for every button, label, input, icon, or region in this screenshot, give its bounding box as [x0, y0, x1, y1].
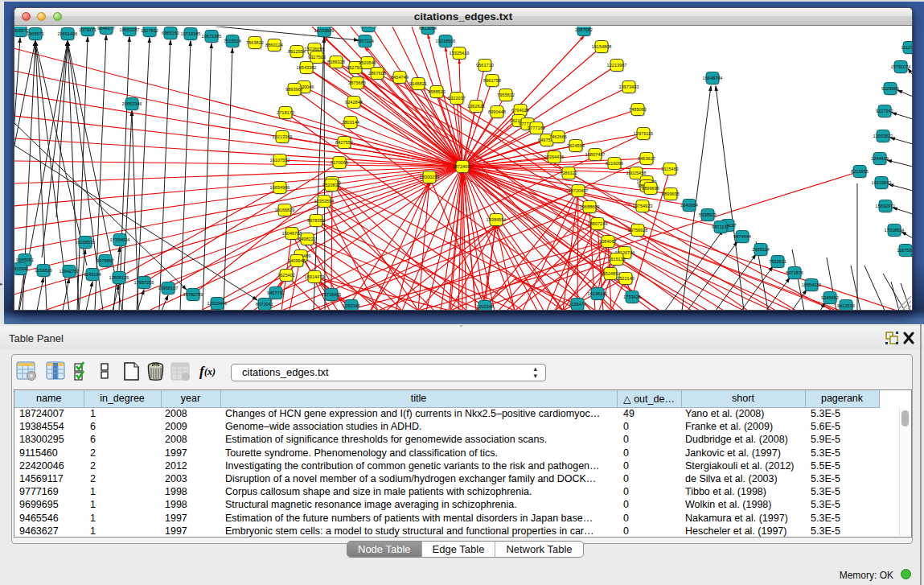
svg-text:1167533: 1167533	[897, 248, 912, 253]
svg-text:8678352: 8678352	[307, 218, 325, 223]
svg-text:9975867: 9975867	[97, 258, 114, 263]
svg-text:9412516: 9412516	[837, 303, 855, 308]
svg-text:17957255: 17957255	[134, 280, 154, 285]
svg-text:8990448: 8990448	[488, 109, 506, 114]
svg-text:1112753: 1112753	[901, 45, 912, 50]
svg-text:10671385: 10671385	[202, 34, 222, 39]
svg-text:10958107: 10958107	[158, 286, 179, 290]
svg-text:9129966: 9129966	[881, 86, 899, 91]
svg-text:20691406: 20691406	[58, 31, 78, 36]
svg-text:16154808: 16154808	[592, 44, 612, 49]
svg-text:8813054: 8813054	[419, 27, 437, 31]
svg-text:8215955: 8215955	[851, 169, 869, 174]
svg-text:7386322: 7386322	[560, 171, 577, 175]
svg-text:10973493: 10973493	[619, 84, 639, 89]
svg-text:9115460: 9115460	[661, 167, 678, 171]
svg-text:1145194: 1145194	[84, 272, 101, 277]
svg-text:3875685: 3875685	[348, 80, 366, 85]
svg-text:7485063: 7485063	[629, 107, 647, 112]
svg-text:7955812: 7955812	[497, 93, 515, 97]
svg-text:16033809: 16033809	[314, 28, 335, 33]
svg-text:20206535: 20206535	[76, 240, 96, 245]
svg-text:9899696: 9899696	[642, 186, 659, 191]
svg-text:7663822: 7663822	[246, 40, 264, 45]
svg-text:1202348: 1202348	[476, 304, 494, 309]
svg-text:8672041: 8672041	[256, 302, 273, 307]
svg-text:16654966: 16654966	[270, 185, 290, 190]
svg-text:16914479: 16914479	[305, 274, 325, 279]
svg-text:19166829: 19166829	[275, 208, 295, 212]
svg-text:5938923: 5938923	[699, 212, 717, 217]
svg-text:28300293: 28300293	[420, 175, 440, 179]
svg-text:10756928: 10756928	[628, 228, 648, 233]
svg-text:9327503: 9327503	[308, 55, 326, 60]
svg-text:3915941: 3915941	[14, 266, 29, 271]
svg-text:10719185: 10719185	[181, 31, 201, 36]
svg-text:17359924: 17359924	[110, 237, 130, 242]
svg-text:10025458: 10025458	[626, 171, 647, 175]
svg-text:20364436: 20364436	[544, 154, 565, 159]
svg-text:9046377: 9046377	[97, 27, 115, 31]
svg-text:9457791: 9457791	[267, 290, 285, 295]
svg-text:19384554: 19384554	[487, 217, 507, 222]
svg-text:9463627: 9463627	[638, 156, 655, 161]
svg-text:1292346: 1292346	[343, 303, 360, 308]
svg-text:16046788: 16046788	[282, 231, 302, 236]
svg-text:2087682: 2087682	[575, 27, 593, 32]
svg-text:18807249: 18807249	[588, 221, 608, 226]
svg-text:14136141: 14136141	[588, 291, 608, 296]
svg-text:7632621: 7632621	[769, 259, 786, 264]
svg-text:8170066: 8170066	[331, 160, 348, 165]
svg-text:9474444: 9474444	[733, 234, 751, 239]
svg-text:8186328: 8186328	[327, 60, 345, 64]
svg-text:5498222: 5498222	[298, 237, 316, 241]
svg-text:6216099: 6216099	[606, 161, 623, 166]
svg-text:8860124: 8860124	[265, 43, 283, 47]
svg-text:3624554: 3624554	[567, 143, 585, 148]
svg-text:10653287: 10653287	[120, 27, 140, 32]
svg-text:15720407: 15720407	[569, 188, 589, 193]
svg-text:8471876: 8471876	[786, 270, 803, 275]
svg-text:1244419: 1244419	[871, 156, 889, 161]
svg-text:8961758: 8961758	[483, 78, 501, 83]
svg-text:8912954: 8912954	[288, 49, 306, 54]
svg-text:15692971: 15692971	[876, 204, 896, 208]
svg-text:9639276: 9639276	[359, 27, 377, 28]
svg-text:16782759: 16782759	[183, 292, 203, 297]
svg-text:2867608: 2867608	[368, 71, 386, 76]
svg-text:1362625: 1362625	[467, 104, 485, 109]
svg-text:9561710: 9561710	[476, 63, 494, 68]
svg-text:12923446: 12923446	[207, 301, 228, 306]
svg-text:1615132: 1615132	[608, 257, 626, 262]
svg-text:9520832: 9520832	[322, 183, 340, 187]
svg-text:12975115: 12975115	[634, 131, 653, 136]
svg-text:8454749: 8454749	[391, 75, 409, 80]
svg-text:9084067: 9084067	[599, 239, 617, 244]
svg-text:20053346: 20053346	[122, 101, 142, 106]
svg-text:15716485: 15716485	[322, 292, 342, 297]
svg-text:2803144: 2803144	[342, 120, 359, 125]
svg-text:2522140: 2522140	[617, 276, 634, 281]
svg-text:7625402: 7625402	[277, 273, 295, 278]
svg-text:12942757: 12942757	[60, 269, 80, 274]
svg-text:9245652: 9245652	[821, 295, 839, 300]
svg-text:12353594: 12353594	[314, 199, 335, 204]
svg-text:7515524: 7515524	[224, 39, 241, 43]
svg-text:9520546: 9520546	[359, 60, 376, 65]
svg-text:2935114: 2935114	[752, 247, 769, 252]
svg-text:16210643: 16210643	[872, 180, 892, 185]
svg-text:9227342: 9227342	[876, 109, 893, 113]
svg-text:12213369: 12213369	[273, 134, 293, 139]
svg-text:12093822: 12093822	[873, 134, 893, 138]
svg-text:6966160: 6966160	[162, 31, 179, 35]
svg-text:18724007: 18724007	[453, 164, 473, 169]
svg-text:16543382: 16543382	[297, 65, 317, 70]
svg-text:9893967: 9893967	[285, 87, 303, 92]
svg-text:12505135: 12505135	[109, 275, 129, 280]
svg-text:17016504: 17016504	[885, 228, 905, 233]
svg-text:16107552: 16107552	[270, 158, 290, 163]
svg-text:15751074: 15751074	[891, 64, 911, 69]
svg-text:10688609: 10688609	[580, 204, 600, 209]
svg-text:16648784: 16648784	[703, 76, 723, 80]
svg-text:6794028: 6794028	[511, 108, 529, 113]
